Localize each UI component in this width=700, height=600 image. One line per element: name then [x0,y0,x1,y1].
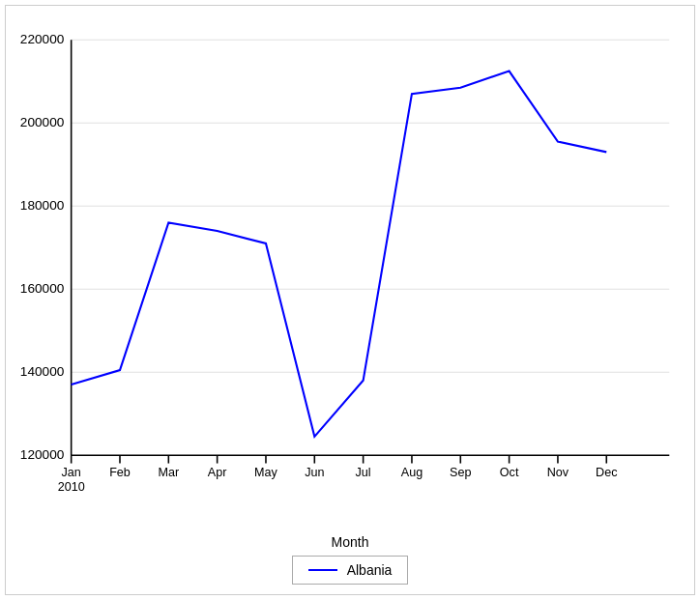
y-tick-220000: 220000 [20,32,65,46]
legend-label-albania: Albania [347,562,393,578]
x-tick-sep: Sep [450,466,471,479]
y-tick-140000: 140000 [20,364,65,379]
y-tick-160000: 160000 [20,281,65,296]
y-tick-180000: 180000 [20,198,65,213]
y-tick-120000: 120000 [20,447,65,462]
x-axis-label: Month [332,534,369,550]
legend: Albania [292,556,409,585]
x-tick-may: May [254,466,277,479]
x-tick-dec: Dec [596,466,617,479]
x-tick-nov: Nov [547,466,569,479]
x-tick-feb: Feb [109,466,131,479]
x-tick-jun: Jun [305,466,324,479]
chart-container: 220000 200000 180000 160000 140000 12000… [5,5,695,595]
x-tick-2010: 2010 [58,480,85,494]
albania-line [72,71,607,437]
y-tick-200000: 200000 [20,115,65,129]
chart-svg: 220000 200000 180000 160000 140000 12000… [15,15,685,532]
x-tick-oct: Oct [500,466,519,479]
x-tick-jul: Jul [356,466,371,479]
x-tick-apr: Apr [208,466,227,479]
x-tick-jan: Jan [62,466,81,479]
chart-area: 220000 200000 180000 160000 140000 12000… [15,15,685,532]
legend-line-albania [308,569,337,571]
x-tick-mar: Mar [158,466,179,479]
x-tick-aug: Aug [401,466,423,479]
